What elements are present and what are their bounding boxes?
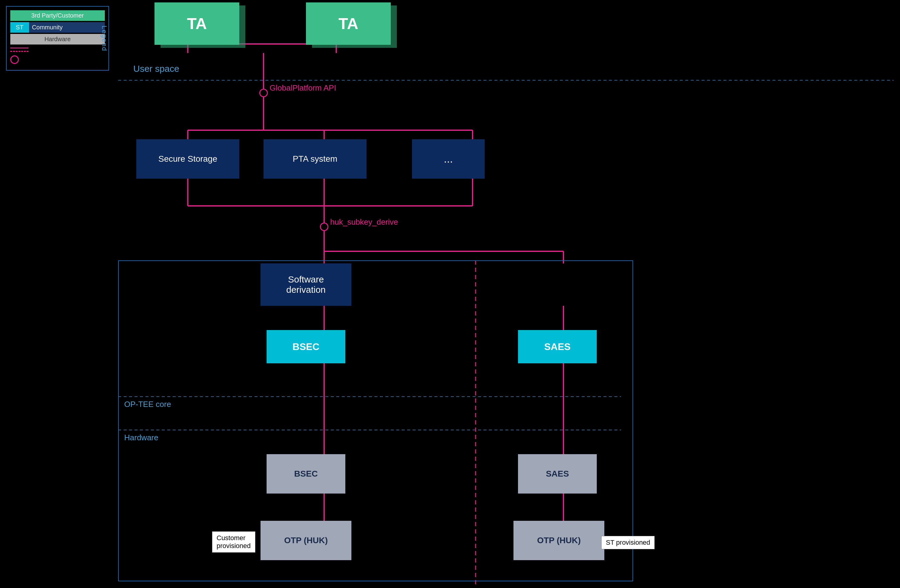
otp-huk-left-box: OTP (HUK) xyxy=(261,521,351,560)
secure-storage-box: Secure Storage xyxy=(136,139,239,179)
globalplatform-circle xyxy=(259,89,268,97)
software-derivation-box: Software derivation xyxy=(261,263,351,306)
ellipsis-box: ... xyxy=(412,139,485,179)
otp-huk-right-box: OTP (HUK) xyxy=(514,521,604,560)
bsec-cyan-box: BSEC xyxy=(267,330,345,363)
op-tee-core-label: OP-TEE core xyxy=(124,400,171,409)
pta-system-box: PTA system xyxy=(264,139,366,179)
bsec-gray-box: BSEC xyxy=(267,454,345,494)
legend-hardware: Hardware xyxy=(10,34,105,45)
legend-solid-line xyxy=(10,48,28,48)
legend-third-party: 3rd Party/Customer xyxy=(10,10,105,21)
huk-subkey-label: huk_subkey_derive xyxy=(330,217,398,227)
huk-subkey-circle xyxy=(320,223,328,231)
customer-provisioned-callout: Customer provisioned xyxy=(212,531,255,552)
ta-left-box: TA xyxy=(155,2,239,45)
legend-box: Legend 3rd Party/Customer ST Community H… xyxy=(6,6,109,71)
legend-circle xyxy=(10,56,19,64)
saes-gray-box: SAES xyxy=(518,454,597,494)
legend-st: ST xyxy=(10,22,29,33)
legend-dashed-line xyxy=(10,51,28,52)
hardware-section-label: Hardware xyxy=(124,433,158,443)
legend-title: Legend xyxy=(100,25,108,51)
ta-right-box: TA xyxy=(306,2,391,45)
legend-community: Community xyxy=(29,22,105,33)
globalplatform-label: GlobalPlatform API xyxy=(270,83,336,93)
user-space-label: User space xyxy=(133,63,179,74)
saes-cyan-box: SAES xyxy=(518,330,597,363)
st-provisioned-callout: ST provisioned xyxy=(601,536,655,549)
